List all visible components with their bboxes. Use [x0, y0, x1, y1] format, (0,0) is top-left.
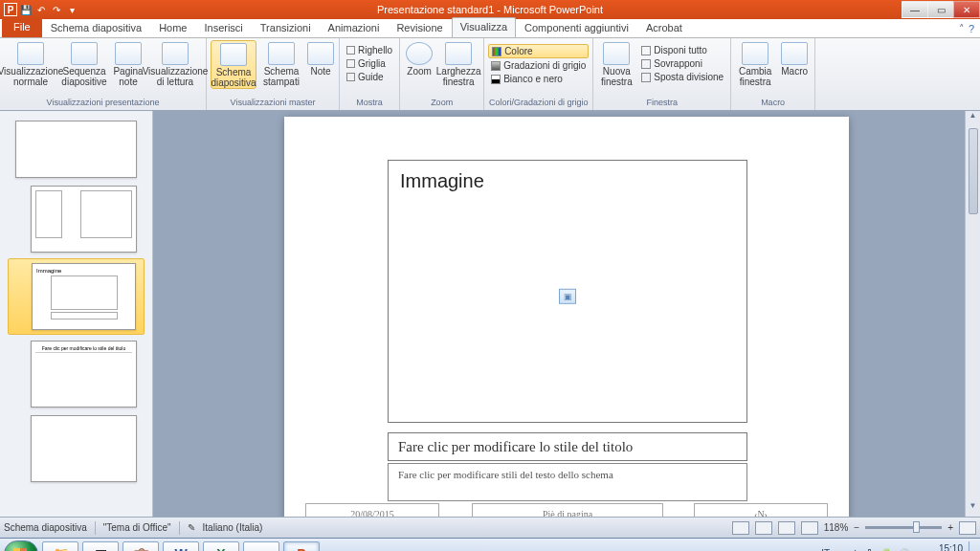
picture-icon[interactable]: ▣ — [559, 288, 576, 303]
qat-more-icon[interactable]: ▾ — [65, 3, 78, 16]
taskbar-explorer[interactable]: 📁 — [42, 541, 78, 552]
color-mode-button[interactable]: Colore — [488, 44, 589, 58]
group-macro: Cambia finestra Macro Macro — [731, 38, 815, 110]
zoom-in-icon[interactable]: + — [947, 522, 953, 533]
help-icon[interactable]: ? — [969, 23, 974, 35]
main-area: Immagine Fare clic per modificare lo sti… — [0, 111, 980, 517]
slide-master-button[interactable]: Schema diapositiva — [211, 40, 256, 89]
view-sorter-button[interactable]: Sequenza diapositive — [60, 40, 108, 87]
vertical-scrollbar[interactable]: ▲ ▼ — [965, 111, 980, 517]
taskbar-powerpoint[interactable]: P — [283, 541, 320, 552]
slidenum-placeholder[interactable]: ‹N› — [694, 503, 828, 517]
zoom-out-icon[interactable]: − — [854, 522, 859, 533]
title-placeholder[interactable]: Fare clic per modificare lo stile del ti… — [388, 432, 747, 461]
group-label: Visualizzazioni presentazione — [4, 97, 202, 108]
layout-thumbnail[interactable] — [0, 182, 152, 256]
taskbar-word[interactable]: W — [163, 541, 199, 552]
normal-view-icon[interactable] — [732, 521, 749, 535]
system-tray: IT ▲ ⚠ 🖧 🔋 🔊 15:10 20/08/2015 — [821, 541, 976, 552]
save-icon[interactable]: 💾 — [19, 3, 33, 16]
undo-icon[interactable]: ↶ — [34, 3, 48, 16]
body-placeholder[interactable]: Fare clic per modificare stili del testo… — [388, 463, 747, 501]
move-split-button[interactable]: Sposta divisione — [638, 71, 726, 83]
tab-insert[interactable]: Inserisci — [195, 18, 251, 37]
taskbar-app[interactable]: 💼 — [122, 541, 159, 552]
notes-master-button[interactable]: Note — [306, 40, 335, 89]
tab-schema[interactable]: Schema diapositiva — [42, 18, 150, 37]
layout-thumbnail-selected[interactable]: Immagine — [8, 258, 145, 335]
footer-placeholder[interactable]: Piè di pagina — [472, 503, 663, 517]
maximize-button[interactable]: ▭ — [927, 1, 954, 18]
bw-button[interactable]: Bianco e nero — [488, 73, 589, 85]
quick-access-toolbar: P 💾 ↶ ↷ ▾ — [4, 3, 78, 16]
tab-view[interactable]: Visualizza — [452, 17, 516, 37]
scrollbar-thumb[interactable] — [969, 128, 978, 214]
tab-home[interactable]: Home — [150, 18, 195, 37]
scroll-up-icon[interactable]: ▲ — [966, 111, 980, 126]
new-window-button[interactable]: Nuova finestra — [597, 40, 635, 87]
arrange-all-button[interactable]: Disponi tutto — [638, 44, 726, 56]
macro-button[interactable]: Macro — [778, 40, 811, 87]
view-reading-button[interactable]: Visualizzazione di lettura — [148, 40, 202, 87]
spellcheck-icon[interactable]: ✎ — [188, 522, 195, 533]
fit-window-button[interactable]: Larghezza finestra — [437, 40, 479, 87]
taskbar-excel[interactable]: X — [203, 541, 239, 552]
tray-clock[interactable]: 15:10 20/08/2015 — [915, 543, 963, 552]
close-button[interactable]: ✕ — [953, 1, 980, 18]
group-presentation-views: Visualizzazione normale Sequenza diaposi… — [0, 38, 207, 110]
handout-master-button[interactable]: Schema stampati — [259, 40, 303, 89]
sorter-view-icon[interactable] — [755, 521, 772, 535]
redo-icon[interactable]: ↷ — [50, 3, 63, 16]
layout-thumbnail[interactable]: Fare clic per modificare lo stile del ti… — [0, 337, 152, 411]
slideshow-view-icon[interactable] — [801, 521, 818, 535]
reading-view-icon[interactable] — [778, 521, 795, 535]
layout-thumbnail[interactable] — [0, 411, 152, 486]
title-bar: P 💾 ↶ ↷ ▾ Presentazione standard1 - Micr… — [0, 0, 980, 19]
grid-toggle[interactable]: Griglia — [344, 57, 395, 70]
group-label: Mostra — [344, 97, 395, 108]
group-color: Colore Gradazioni di grigio Bianco e ner… — [484, 38, 593, 110]
fit-slide-icon[interactable] — [959, 521, 976, 535]
ribbon: Visualizzazione normale Sequenza diaposi… — [0, 38, 980, 111]
group-master-views: Schema diapositiva Schema stampati Note … — [207, 38, 340, 110]
minimize-button[interactable]: — — [902, 1, 928, 18]
scroll-down-icon[interactable]: ▼ — [966, 501, 980, 517]
image-placeholder[interactable]: Immagine ▣ — [388, 160, 747, 423]
view-normal-button[interactable]: Visualizzazione normale — [4, 40, 57, 87]
tab-animations[interactable]: Animazioni — [320, 18, 389, 37]
zoom-slider[interactable] — [865, 526, 942, 529]
view-notes-button[interactable]: Pagina note — [111, 40, 145, 87]
tab-transitions[interactable]: Transizioni — [252, 18, 320, 37]
zoom-level[interactable]: 118% — [824, 522, 849, 533]
group-show: Righello Griglia Guide Mostra — [340, 38, 400, 110]
status-bar: Schema diapositiva "Tema di Office" ✎ It… — [0, 517, 980, 538]
tab-addins[interactable]: Componenti aggiuntivi — [516, 18, 637, 37]
group-label: Colori/Gradazioni di grigio — [488, 97, 589, 108]
slide-canvas: Immagine ▣ Fare clic per modificare lo s… — [153, 111, 980, 517]
master-thumbnail[interactable] — [0, 117, 152, 182]
slide-thumbnails-panel: Immagine Fare clic per modificare lo sti… — [0, 111, 153, 517]
status-language[interactable]: Italiano (Italia) — [203, 522, 263, 533]
start-button[interactable] — [4, 540, 38, 552]
ruler-toggle[interactable]: Righello — [344, 44, 395, 56]
taskbar-app[interactable]: ▦ — [82, 541, 119, 552]
guides-toggle[interactable]: Guide — [344, 71, 395, 83]
slide-master-page[interactable]: Immagine ▣ Fare clic per modificare lo s… — [284, 117, 849, 517]
group-zoom: Zoom Larghezza finestra Zoom — [400, 38, 484, 110]
date-placeholder[interactable]: 20/08/2015 — [305, 503, 439, 517]
grayscale-button[interactable]: Gradazioni di grigio — [488, 59, 589, 72]
switch-window-button[interactable]: Cambia finestra — [735, 40, 775, 87]
window-title: Presentazione standard1 - Microsoft Powe… — [377, 4, 603, 15]
powerpoint-icon: P — [4, 3, 17, 16]
ribbon-tabs: File Schema diapositiva Home Inserisci T… — [0, 19, 980, 38]
tab-file[interactable]: File — [2, 18, 42, 37]
tab-acrobat[interactable]: Acrobat — [637, 18, 691, 37]
cascade-button[interactable]: Sovrapponi — [638, 57, 726, 70]
group-label: Finestra — [597, 97, 726, 108]
taskbar-ie[interactable]: e — [243, 541, 279, 552]
status-theme: "Tema di Office" — [103, 522, 171, 533]
show-desktop-button[interactable] — [969, 541, 976, 552]
zoom-button[interactable]: Zoom — [404, 40, 434, 87]
ribbon-minimize-icon[interactable]: ˄ — [959, 23, 965, 35]
tab-review[interactable]: Revisione — [388, 18, 451, 37]
